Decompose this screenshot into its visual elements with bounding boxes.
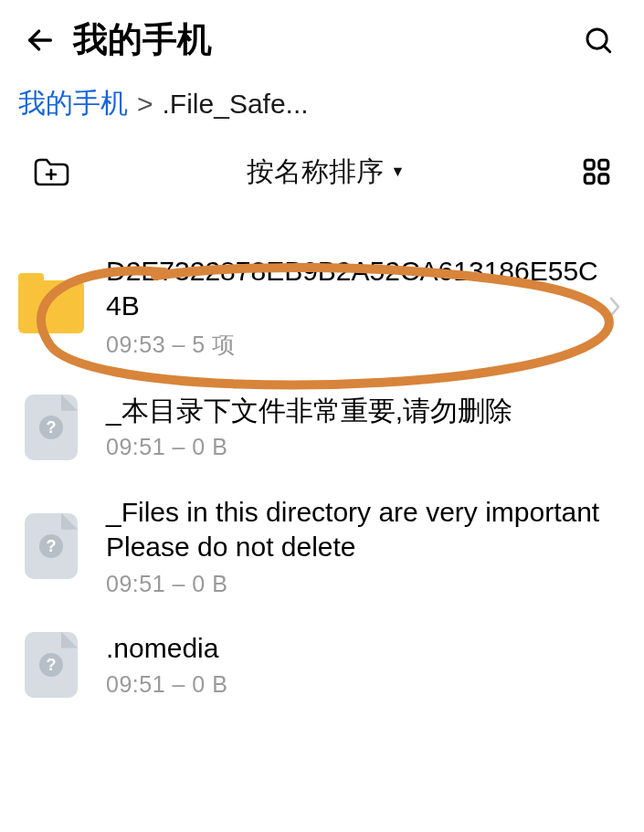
header-bar: 我的手机 [0,0,644,79]
unknown-file-icon: ? [25,513,78,579]
search-icon [583,25,614,56]
item-name: .nomedia [106,631,624,666]
grid-view-icon [581,156,612,187]
chevron-right-icon [606,296,624,318]
list-item[interactable]: D2E7322878EB9B2A52CA613186E55C4B 09:53 –… [0,214,644,376]
new-folder-icon [32,155,70,188]
item-meta: 09:51 – 0 B [106,671,624,698]
item-text: _Files in this directory are very import… [86,495,624,597]
item-name: D2E7322878EB9B2A52CA613186E55C4B [106,254,606,324]
item-icon: ? [16,630,86,700]
back-button[interactable] [20,20,60,60]
breadcrumb-separator: > [133,89,157,120]
dropdown-triangle-icon: ▼ [391,163,406,180]
breadcrumb: 我的手机 > .File_Safe... [0,79,644,142]
new-folder-button[interactable] [27,152,75,192]
item-icon [16,272,86,342]
folder-icon [18,280,84,333]
sort-dropdown[interactable]: 按名称排序 ▼ [75,153,576,191]
list-item[interactable]: ? .nomedia 09:51 – 0 B [0,614,644,716]
item-name: _本目录下文件非常重要,请勿删除 [106,394,624,428]
back-arrow-icon [25,25,56,56]
item-text: _本目录下文件非常重要,请勿删除 09:51 – 0 B [86,394,624,460]
svg-rect-6 [599,160,608,169]
toolbar: 按名称排序 ▼ [0,142,644,214]
item-meta: 09:53 – 5 项 [106,330,606,360]
item-meta: 09:51 – 0 B [106,571,624,597]
unknown-file-icon: ? [25,395,78,460]
search-button[interactable] [578,20,618,60]
item-text: D2E7322878EB9B2A52CA613186E55C4B 09:53 –… [86,254,606,360]
svg-rect-5 [585,160,594,169]
list-item[interactable]: ? _Files in this directory are very impo… [0,479,644,614]
file-list: D2E7322878EB9B2A52CA613186E55C4B 09:53 –… [0,214,644,716]
unknown-file-icon: ? [25,632,78,698]
item-text: .nomedia 09:51 – 0 B [86,631,624,698]
item-icon: ? [16,393,86,462]
view-toggle-button[interactable] [576,152,617,192]
list-item[interactable]: ? _本目录下文件非常重要,请勿删除 09:51 – 0 B [0,376,644,479]
sort-label: 按名称排序 [247,153,384,191]
svg-line-2 [604,46,609,51]
item-meta: 09:51 – 0 B [106,434,624,460]
item-name: _Files in this directory are very import… [106,495,624,565]
breadcrumb-current: .File_Safe... [163,89,309,120]
breadcrumb-root[interactable]: 我的手机 [18,85,128,122]
svg-rect-7 [585,174,594,184]
page-title: 我的手机 [73,16,578,63]
item-icon: ? [16,511,86,581]
svg-rect-8 [599,174,608,184]
